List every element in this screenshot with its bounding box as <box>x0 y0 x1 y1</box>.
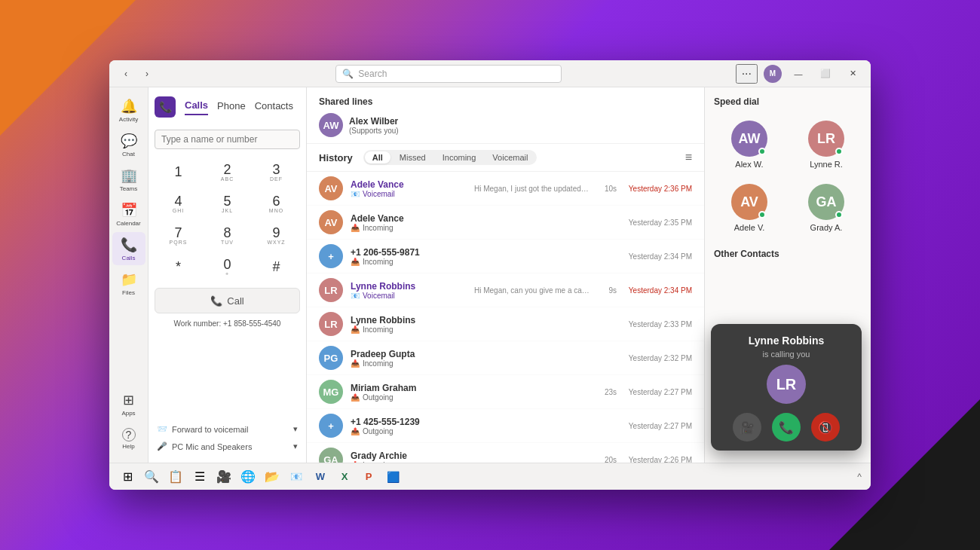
history-item[interactable]: + +1 206-555-9871 📥 Incoming Yesterday <box>307 240 704 273</box>
filter-tab-missed[interactable]: Missed <box>392 151 433 163</box>
forward-button[interactable]: › <box>138 65 156 83</box>
shared-contact-info: Alex Wilber (Supports you) <box>349 116 399 135</box>
excel-icon[interactable]: X <box>335 468 354 486</box>
tab-phone[interactable]: Phone <box>217 100 246 115</box>
sidebar-item-help[interactable]: ? Help <box>112 422 145 455</box>
filter-tab-all[interactable]: All <box>365 151 390 163</box>
dial-key-2[interactable]: 2ABC <box>204 157 251 187</box>
history-avatar: PG <box>319 346 343 370</box>
mic-icon: 🎤 <box>157 442 167 451</box>
history-avatar: + <box>319 414 343 438</box>
minimize-button[interactable]: — <box>788 65 809 83</box>
video-call-button[interactable]: 🎥 <box>733 413 761 442</box>
call-phone-icon: 📞 <box>210 295 222 307</box>
history-avatar: LR <box>319 278 343 302</box>
speed-dial-grady-a[interactable]: GA Grady A. <box>791 179 862 237</box>
caller-name: Lynne Robbins <box>749 335 825 347</box>
powerpoint-icon[interactable]: P <box>360 468 378 486</box>
edge-icon[interactable]: 🌐 <box>239 468 257 486</box>
call-type-label: Voicemail <box>363 190 395 198</box>
history-info: Grady Archie 📥 Incoming <box>351 451 467 463</box>
decline-call-button[interactable]: 📵 <box>811 413 840 442</box>
speed-dial-alex-w[interactable]: AW Alex W. <box>714 116 785 173</box>
history-type: 📧 Voicemail <box>351 190 467 198</box>
sidebar-item-calendar[interactable]: 📅 Calendar <box>112 197 145 231</box>
history-item[interactable]: AV Adele Vance 📧 Voicemail Hi Megan, I j… <box>307 172 704 206</box>
more-options-button[interactable]: ··· <box>736 64 758 84</box>
audio-device-item[interactable]: 🎤 PC Mic and Speakers ▾ <box>155 439 300 454</box>
dial-key-9[interactable]: 9WXYZ <box>253 220 300 250</box>
history-item[interactable]: MG Miriam Graham 📤 Outgoing 23s Yesterda <box>307 375 704 409</box>
speed-dial-name-alex-w: Alex W. <box>735 160 763 169</box>
sidebar-item-apps[interactable]: ⊞ Apps <box>112 387 145 420</box>
dial-key-8[interactable]: 8TUV <box>204 220 251 250</box>
filter-more-button[interactable]: ≡ <box>685 151 692 164</box>
speed-dial-title: Speed dial <box>714 96 862 107</box>
audio-chevron-icon: ▾ <box>293 442 298 451</box>
teams-taskbar-icon[interactable]: 🎥 <box>215 468 233 486</box>
history-item[interactable]: PG Pradeep Gupta 📥 Incoming Yesterday 2 <box>307 341 704 375</box>
sidebar-item-teams[interactable]: 🏢 Teams <box>112 163 145 196</box>
call-button[interactable]: 📞 Call <box>155 288 300 313</box>
calendar-icon: 📅 <box>121 202 137 218</box>
sidebar-item-chat[interactable]: 💬 Chat <box>112 128 145 161</box>
speed-dial-adele-v[interactable]: AV Adele V. <box>714 179 785 237</box>
taskview-icon[interactable]: 📋 <box>167 468 185 486</box>
call-type-label: Outgoing <box>363 393 394 402</box>
back-button[interactable]: ‹ <box>117 65 135 83</box>
sidebar-label-chat: Chat <box>122 151 135 157</box>
history-header: History All Missed Incoming Voicemail ≡ <box>307 144 704 172</box>
search-box[interactable]: 🔍 Search <box>335 65 562 83</box>
sidebar-item-activity[interactable]: 🔔 Activity <box>112 93 145 127</box>
search-taskbar-icon[interactable]: 🔍 <box>142 468 161 486</box>
speed-dial-lynne-r[interactable]: LR Lynne R. <box>791 116 862 173</box>
outlook-icon[interactable]: 📧 <box>287 468 305 486</box>
sidebar-label-apps: Apps <box>121 410 135 417</box>
history-item[interactable]: AV Adele Vance 📥 Incoming Yesterday 2:3 <box>307 206 704 240</box>
forward-voicemail-item[interactable]: 📨 Forward to voicemail ▾ <box>155 422 300 436</box>
teams-icon-taskbar[interactable]: 🟦 <box>384 468 402 486</box>
explorer-icon[interactable]: 📂 <box>263 468 281 486</box>
history-item[interactable]: + +1 425-555-1239 📤 Outgoing Yesterday <box>307 409 704 443</box>
word-icon[interactable]: W <box>311 468 329 486</box>
system-tray-chevron[interactable]: ^ <box>857 472 862 482</box>
start-icon[interactable]: ⊞ <box>118 468 136 486</box>
dial-key-1[interactable]: 1 <box>155 157 202 187</box>
shared-lines-section: Shared lines AW Alex Wilber (Supports yo… <box>307 87 704 144</box>
dial-key-0[interactable]: 0+ <box>204 252 251 282</box>
content-area: 📞 Calls Phone Contacts 1 2ABC 3DEF 4GHI … <box>149 87 871 463</box>
sidebar-item-files[interactable]: 📁 Files <box>112 267 145 300</box>
widgets-icon[interactable]: ☰ <box>191 468 209 486</box>
tab-contacts[interactable]: Contacts <box>255 100 293 115</box>
history-name: +1 206-555-9871 <box>351 247 467 258</box>
filter-tab-incoming[interactable]: Incoming <box>435 151 484 163</box>
close-button[interactable]: ✕ <box>842 65 863 83</box>
answer-call-button[interactable]: 📞 <box>772 413 801 442</box>
sidebar-label-activity: Activity <box>119 116 138 123</box>
sidebar-label-calendar: Calendar <box>116 220 140 227</box>
dial-key-star[interactable]: * <box>155 252 202 282</box>
dial-key-6[interactable]: 6MNO <box>253 188 300 218</box>
search-area: 🔍 Search <box>162 65 736 83</box>
history-name: Miriam Graham <box>351 383 467 393</box>
dialer-footer: 📨 Forward to voicemail ▾ 🎤 PC Mic and Sp… <box>155 422 300 454</box>
filter-tab-voicemail[interactable]: Voicemail <box>485 151 535 163</box>
dial-key-5[interactable]: 5JKL <box>204 188 251 218</box>
call-type-label: Voicemail <box>363 292 395 300</box>
status-dot <box>835 211 843 218</box>
user-avatar[interactable]: M <box>764 65 782 83</box>
name-number-input[interactable] <box>155 130 300 149</box>
history-item[interactable]: GA Grady Archie 📥 Incoming 20s Yesterday <box>307 443 704 463</box>
sidebar-item-calls[interactable]: 📞 Calls <box>112 232 145 265</box>
dial-key-3[interactable]: 3DEF <box>253 157 300 187</box>
history-item[interactable]: LR Lynne Robbins 📥 Incoming Yesterday 2 <box>307 307 704 341</box>
maximize-button[interactable]: ⬜ <box>815 65 836 83</box>
history-type: 📥 Incoming <box>351 359 467 368</box>
dial-key-4[interactable]: 4GHI <box>155 188 202 218</box>
teams-icon: 🏢 <box>121 167 137 184</box>
dial-key-7[interactable]: 7PQRS <box>155 220 202 250</box>
history-name: Pradeep Gupta <box>351 349 467 359</box>
tab-calls[interactable]: Calls <box>185 99 208 115</box>
history-item[interactable]: LR Lynne Robbins 📧 Voicemail Hi Megan, c… <box>307 273 704 307</box>
dial-key-hash[interactable]: # <box>253 252 300 282</box>
